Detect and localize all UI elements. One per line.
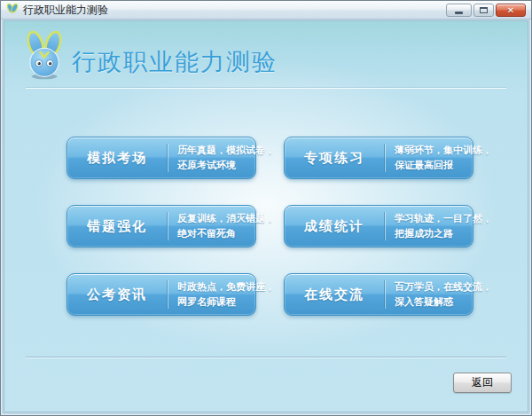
desc-line: 薄弱环节，集中训练， [395,143,492,158]
titlebar: 行政职业能力测验 ✕ [1,1,531,20]
menu-button-wrong-questions[interactable]: 错题强化 反复训练，消灭错题， 绝对不留死角 [66,205,256,247]
desc-line: 绝对不留死角 [177,226,275,241]
menu-button-desc: 历年真题，模拟试卷， 还原考试环境 [168,143,280,173]
page-title: 行政职业能力测验 [72,46,278,78]
menu-button-online-chat[interactable]: 在线交流 百万学员，在线交流， 深入答疑解惑 [284,273,473,316]
app-logo-icon [6,4,19,16]
back-button[interactable]: 返回 [453,373,512,393]
menu-button-mock-exam[interactable]: 模拟考场 历年真题，模拟试卷， 还原考试环境 [66,137,256,179]
menu-button-desc: 学习轨迹，一目了然， 把握成功之路 [386,211,497,241]
desc-line: 时政热点，免费讲座， [177,279,275,294]
menu-button-desc: 时政热点，免费讲座， 网罗名师课程 [168,279,280,310]
menu-button-label: 错题强化 [67,218,167,235]
desc-line: 反复训练，消灭错题， [177,211,275,226]
app-window: 行政职业能力测验 ✕ [0,0,532,416]
desc-line: 网罗名师课程 [177,294,275,310]
menu-button-exam-news[interactable]: 公考资讯 时政热点，免费讲座， 网罗名师课程 [66,273,256,316]
desc-line: 百万学员，在线交流， [395,279,492,294]
menu-button-label: 成绩统计 [285,218,384,235]
menu-button-desc: 百万学员，在线交流， 深入答疑解惑 [386,279,497,310]
desc-line: 保证最高回报 [395,158,492,173]
menu-button-score-stats[interactable]: 成绩统计 学习轨迹，一目了然， 把握成功之路 [284,205,473,247]
menu-button-desc: 薄弱环节，集中训练， 保证最高回报 [386,143,497,173]
menu-button-label: 在线交流 [285,286,384,303]
menu-button-desc: 反复训练，消灭错题， 绝对不留死角 [168,211,280,241]
menu-button-special-practice[interactable]: 专项练习 薄弱环节，集中训练， 保证最高回报 [284,137,473,179]
desc-line: 还原考试环境 [177,158,275,173]
minimize-icon [455,12,463,14]
window-title: 行政职业能力测验 [23,3,108,18]
client-area: 行政职业能力测验 模拟考场 历年真题，模拟试卷， 还原考试环境 专项练习 薄弱环… [4,20,528,412]
desc-line: 把握成功之路 [395,226,492,241]
desc-line: 深入答疑解惑 [395,294,492,310]
close-icon: ✕ [507,6,514,15]
desc-line: 历年真题，模拟试卷， [177,143,275,158]
footer-divider [26,357,506,358]
maximize-button[interactable] [473,4,494,17]
close-button[interactable]: ✕ [496,4,526,17]
menu-button-label: 专项练习 [285,150,384,167]
desc-line: 学习轨迹，一目了然， [395,211,492,226]
minimize-button[interactable] [446,4,472,17]
menu-button-label: 公考资讯 [67,286,167,303]
menu-grid: 模拟考场 历年真题，模拟试卷， 还原考试环境 专项练习 薄弱环节，集中训练， 保… [66,137,473,316]
menu-button-label: 模拟考场 [67,150,167,167]
header-divider [26,87,506,89]
rabbit-logo-icon [21,30,67,80]
window-controls: ✕ [446,4,526,17]
maximize-icon [480,7,488,13]
